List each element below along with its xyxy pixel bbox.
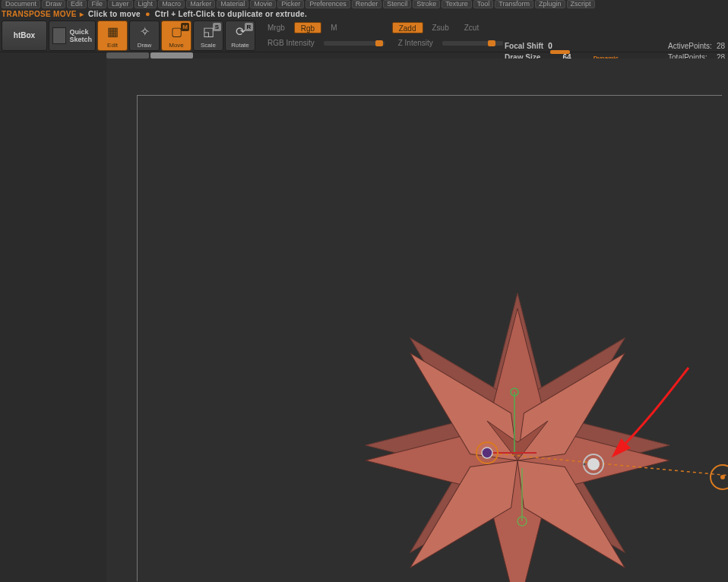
menu-render[interactable]: Render — [352, 0, 382, 8]
menu-document[interactable]: Document — [2, 0, 40, 8]
rgb-intensity-label: RGB Intensity — [261, 37, 321, 49]
document-tab-1[interactable] — [106, 52, 149, 59]
z-intensity-label: Z Intensity — [392, 37, 439, 49]
z-intensity-slider[interactable] — [442, 41, 503, 46]
rotate-button[interactable]: R ⟳ Rotate — [225, 21, 255, 51]
edit-icon: ▦ — [98, 24, 127, 39]
menu-picker[interactable]: Picker — [277, 0, 304, 8]
draw-label: Draw — [138, 42, 152, 49]
lightbox-label: htBox — [14, 31, 35, 40]
menu-preferences[interactable]: Preferences — [305, 0, 350, 8]
menu-movie[interactable]: Movie — [250, 0, 276, 8]
annotation-arrow-icon — [586, 362, 707, 476]
focal-shift-slider[interactable] — [550, 50, 570, 54]
zsub-toggle[interactable]: Zsub — [426, 22, 455, 33]
document-tab-2[interactable] — [150, 52, 193, 59]
lightbox-button[interactable]: htBox — [2, 21, 47, 51]
scale-button[interactable]: S ◱ Scale — [193, 21, 223, 51]
scale-label: Scale — [201, 42, 216, 49]
focal-shift-value: 0 — [548, 42, 552, 50]
quicksketch-thumb-icon — [52, 27, 66, 44]
svg-point-13 — [711, 465, 728, 489]
zcut-toggle[interactable]: Zcut — [458, 22, 485, 33]
document-tabs — [106, 52, 193, 59]
z-controls: Zadd Zsub Zcut Z Intensity — [392, 21, 503, 50]
focal-shift-label: Focal Shift — [505, 42, 543, 50]
m-toggle[interactable]: M — [324, 22, 343, 33]
draw-button[interactable]: ✧ Draw — [129, 21, 160, 51]
move-icon: ▢ — [162, 24, 191, 39]
viewport[interactable] — [137, 95, 722, 581]
hint-text-2: Ctrl + Left-Click to duplicate or extrud… — [155, 10, 307, 18]
paint-controls: Mrgb Rgb M RGB Intensity — [261, 21, 385, 50]
hint-mode: TRANSPOSE MOVE — [2, 10, 77, 18]
menu-transform[interactable]: Transform — [495, 0, 533, 8]
active-points-label: ActivePoints: — [668, 42, 712, 50]
menu-macro[interactable]: Macro — [158, 0, 185, 8]
rgb-toggle[interactable]: Rgb — [294, 22, 321, 33]
zadd-toggle[interactable]: Zadd — [392, 22, 423, 33]
hint-text-1: Click to move — [88, 10, 141, 18]
menu-texture[interactable]: Texture — [442, 0, 472, 8]
menu-draw[interactable]: Draw — [42, 0, 65, 8]
menu-material[interactable]: Material — [217, 0, 248, 8]
canvas-area — [106, 59, 728, 582]
rotate-label: Rotate — [231, 42, 249, 49]
quicksketch-label: QuickSketch — [69, 28, 92, 43]
edit-label: Edit — [107, 42, 118, 49]
rgb-intensity-slider[interactable] — [324, 41, 385, 46]
menu-light[interactable]: Light — [135, 0, 157, 8]
scale-icon: ◱ — [194, 24, 223, 39]
menu-stencil[interactable]: Stencil — [383, 0, 411, 8]
rotate-icon: ⟳ — [226, 24, 255, 39]
mrgb-toggle[interactable]: Mrgb — [261, 22, 291, 33]
main-menu-bar: Document Draw Edit File Layer Light Macr… — [0, 0, 728, 8]
menu-edit[interactable]: Edit — [67, 0, 87, 8]
move-button[interactable]: M ▢ Move — [161, 21, 191, 51]
active-points-value: 28 — [717, 42, 725, 50]
toolbar: htBox QuickSketch ▦ Edit ✧ Draw M ▢ Move… — [0, 19, 728, 52]
edit-button[interactable]: ▦ Edit — [97, 21, 128, 51]
quicksketch-button[interactable]: QuickSketch — [49, 21, 96, 51]
menu-file[interactable]: File — [88, 0, 107, 8]
svg-point-14 — [720, 475, 725, 479]
menu-stroke[interactable]: Stroke — [413, 0, 440, 8]
move-label: Move — [169, 42, 184, 49]
play-icon: ▸ — [80, 10, 84, 18]
menu-zplugin[interactable]: Zplugin — [535, 0, 565, 8]
menu-tool[interactable]: Tool — [473, 0, 494, 8]
draw-icon: ✧ — [130, 24, 159, 39]
menu-marker[interactable]: Marker — [186, 0, 215, 8]
menu-zscript[interactable]: Zscript — [567, 0, 595, 8]
menu-layer[interactable]: Layer — [108, 0, 133, 8]
hint-bar: TRANSPOSE MOVE ▸ Click to move ● Ctrl + … — [0, 8, 728, 19]
